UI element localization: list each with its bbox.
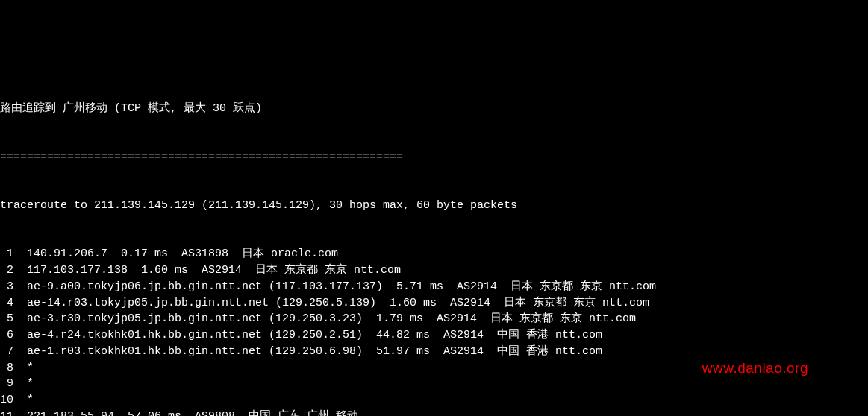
hops-list: 1 140.91.206.7 0.17 ms AS31898 日本 oracle… [0,246,868,416]
watermark-text: www.daniao.org [702,358,808,379]
hop-row: 4 ae-14.r03.tokyjp05.jp.bb.gin.ntt.net (… [0,295,868,312]
hop-row: 10 * [0,392,868,409]
traceroute-header: traceroute to 211.139.145.129 (211.139.1… [0,198,868,214]
hop-row: 5 ae-3.r30.tokyjp05.jp.bb.gin.ntt.net (1… [0,311,868,327]
hop-row: 2 117.103.177.138 1.60 ms AS2914 日本 东京都 … [0,262,868,279]
separator-line: ========================================… [0,149,868,166]
hop-row: 6 ae-4.r24.tkokhk01.hk.bb.gin.ntt.net (1… [0,327,868,344]
hop-row: 11 221.183.55.94 57.06 ms AS9808 中国 广东 广… [0,409,868,416]
trace-title: 路由追踪到 广州移动 (TCP 模式, 最大 30 跃点) [0,101,868,117]
hop-row: 1 140.91.206.7 0.17 ms AS31898 日本 oracle… [0,246,868,262]
hop-row: 3 ae-9.a00.tokyjp06.jp.bb.gin.ntt.net (1… [0,279,868,295]
